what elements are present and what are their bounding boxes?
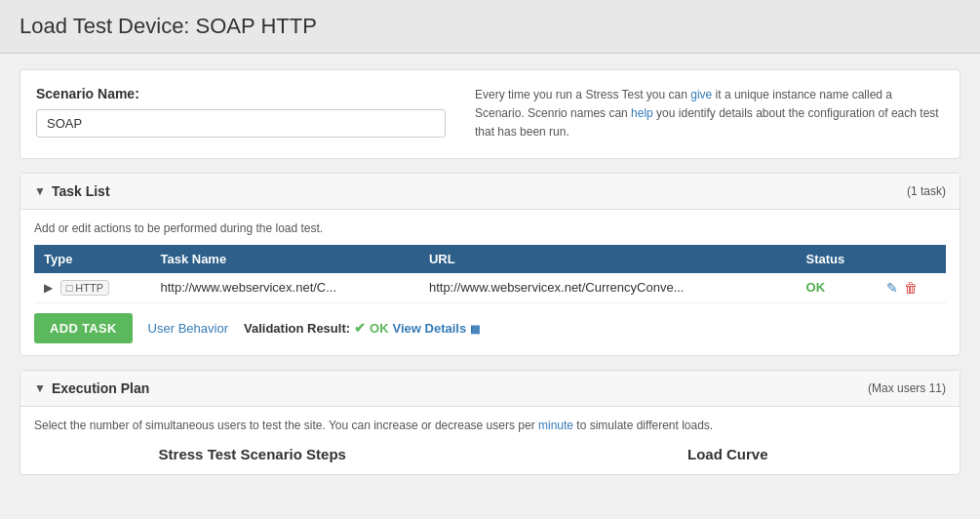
url-value: http://www.webservicex.net/CurrencyConve…	[429, 280, 685, 295]
execution-plan-section: ▼ Execution Plan (Max users 11) Select t…	[20, 370, 960, 475]
execution-plan-header: ▼ Execution Plan (Max users 11)	[20, 371, 960, 407]
row-status-cell: OK	[797, 273, 877, 303]
scenario-help-text: Every time you run a Stress Test you can…	[475, 86, 944, 142]
add-task-button[interactable]: ADD TASK	[34, 313, 133, 343]
status-ok-badge: OK	[806, 280, 826, 295]
load-curve-label: Load Curve	[510, 446, 947, 462]
execution-plan-chevron-icon: ▼	[34, 381, 46, 395]
row-actions-cell: ✎ 🗑	[877, 273, 946, 303]
task-list-title: Task List	[52, 183, 110, 199]
validation-result: Validation Result: ✔ OK View Details ▩	[244, 320, 480, 336]
execution-plan-title: Execution Plan	[52, 380, 149, 396]
scenario-label: Scenario Name:	[36, 86, 446, 101]
task-list-chevron-icon: ▼	[34, 184, 46, 198]
execution-plan-header-left: ▼ Execution Plan	[34, 380, 149, 396]
external-link-icon: ▩	[470, 323, 480, 335]
row-url-cell: http://www.webservicex.net/CurrencyConve…	[419, 273, 797, 303]
col-url: URL	[419, 245, 797, 273]
exec-bottom: Stress Test Scenario Steps Load Curve	[34, 446, 946, 462]
edit-icon[interactable]: ✎	[886, 280, 898, 296]
validation-check-icon: ✔	[354, 320, 366, 336]
task-footer: ADD TASK User Behavior Validation Result…	[34, 313, 946, 343]
task-list-section: ▼ Task List (1 task) Add or edit actions…	[20, 173, 960, 356]
page-header: Load Test Device: SOAP HTTP	[0, 0, 980, 54]
give-link[interactable]: give	[690, 88, 712, 101]
execution-plan-max-users: (Max users 11)	[868, 381, 946, 395]
scenario-name-input[interactable]	[36, 109, 446, 138]
task-name-value: http://www.webservicex.net/C...	[160, 280, 336, 295]
task-table: Type Task Name URL Status ▶ □ HTTP	[34, 245, 946, 303]
task-list-description: Add or edit actions to be performed duri…	[34, 221, 946, 235]
load-curve: Load Curve	[510, 446, 947, 462]
task-list-body: Add or edit actions to be performed duri…	[20, 210, 960, 355]
task-list-count: (1 task)	[907, 184, 946, 198]
col-status: Status	[797, 245, 877, 273]
task-list-header-left: ▼ Task List	[34, 183, 110, 199]
stress-test-label: Stress Test Scenario Steps	[34, 446, 471, 462]
col-task-name: Task Name	[150, 245, 418, 273]
minute-link[interactable]: minute	[538, 419, 573, 432]
action-icons: ✎ 🗑	[886, 280, 936, 296]
execution-plan-body: Select the number of simultaneous users …	[20, 407, 960, 474]
help-link[interactable]: help	[631, 106, 653, 120]
task-list-header: ▼ Task List (1 task)	[20, 174, 960, 210]
row-type-cell: ▶ □ HTTP	[34, 273, 150, 303]
delete-icon[interactable]: 🗑	[904, 280, 918, 296]
http-badge-icon: □	[66, 282, 73, 294]
http-badge: □ HTTP	[60, 280, 109, 296]
row-task-name-cell: http://www.webservicex.net/C...	[150, 273, 418, 303]
validation-ok-text: OK	[370, 321, 389, 336]
stress-test-steps: Stress Test Scenario Steps	[34, 446, 471, 462]
view-details-label: View Details	[393, 321, 467, 336]
view-details-link[interactable]: View Details ▩	[393, 321, 480, 336]
col-actions	[877, 245, 946, 273]
scenario-card: Scenario Name: Every time you run a Stre…	[20, 69, 960, 159]
page-content: Scenario Name: Every time you run a Stre…	[0, 54, 980, 491]
table-row: ▶ □ HTTP http://www.webservicex.net/C...…	[34, 273, 946, 303]
task-table-header-row: Type Task Name URL Status	[34, 245, 946, 273]
execution-plan-description: Select the number of simultaneous users …	[34, 419, 946, 432]
validation-label: Validation Result:	[244, 321, 350, 336]
page-title: Load Test Device: SOAP HTTP	[20, 14, 960, 39]
scenario-left: Scenario Name:	[36, 86, 446, 138]
col-type: Type	[34, 245, 150, 273]
user-behavior-link[interactable]: User Behavior	[148, 321, 228, 336]
play-icon: ▶	[44, 281, 53, 295]
